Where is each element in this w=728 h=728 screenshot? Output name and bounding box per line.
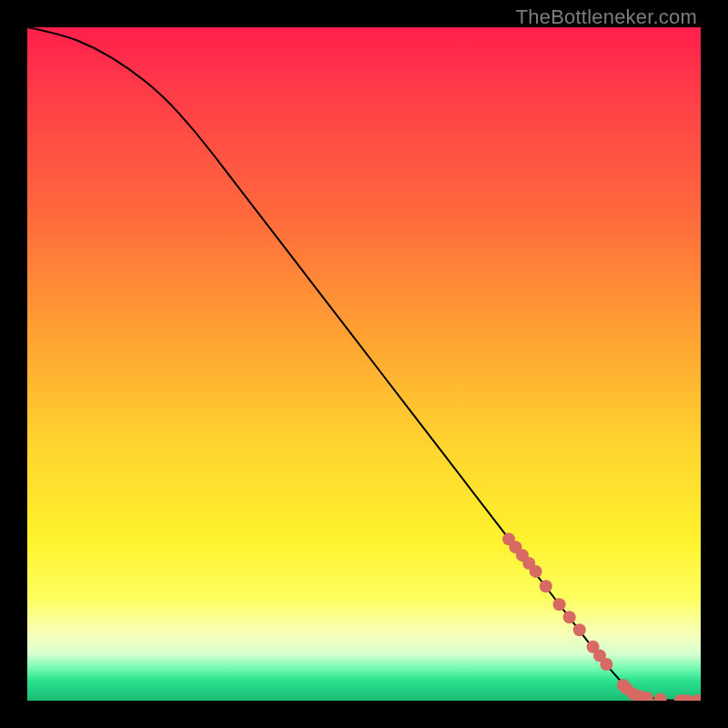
marker-dot: [600, 658, 612, 671]
marker-dot: [654, 693, 667, 701]
curve-line: [27, 27, 701, 701]
marker-dot: [553, 598, 566, 611]
marker-dot: [540, 580, 552, 592]
marker-dot: [530, 565, 542, 578]
marker-dot: [691, 694, 701, 701]
marker-dot: [563, 611, 576, 623]
watermark-text: TheBottleneker.com: [516, 5, 697, 29]
marker-dot: [573, 623, 586, 636]
chart-svg: [27, 27, 701, 701]
plot-area: [27, 27, 701, 701]
chart-stage: TheBottleneker.com: [0, 0, 728, 728]
markers-group: [502, 532, 701, 701]
